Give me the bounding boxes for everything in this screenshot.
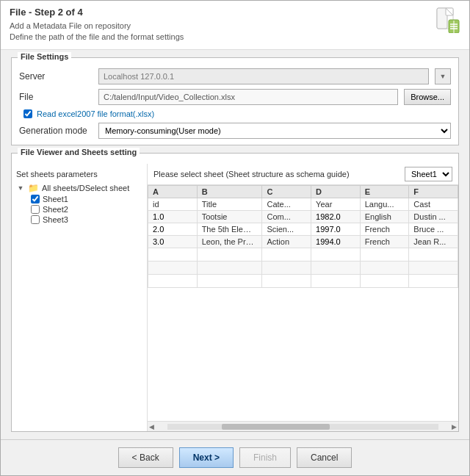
tree-root-label: All sheets/DSelect sheet bbox=[42, 184, 129, 192]
viewer-content: Set sheets parameters ▼ 📁 All sheets/DSe… bbox=[12, 154, 458, 431]
cell-a3: 2.0 bbox=[148, 223, 198, 235]
sheet3-label: Sheet3 bbox=[43, 215, 68, 224]
col-b: B bbox=[197, 185, 262, 198]
table-row: id Title Cate... Year Langu... Cast bbox=[148, 198, 458, 210]
sheet3-checkbox[interactable] bbox=[31, 215, 40, 224]
data-panel: Please select sheet (Sheet structure as … bbox=[148, 164, 458, 431]
footer: < Back Next > Finish Cancel bbox=[1, 439, 469, 475]
file-row: File Browse... bbox=[19, 89, 451, 105]
server-input[interactable] bbox=[98, 68, 429, 84]
scroll-right-button[interactable]: ▶ bbox=[450, 423, 458, 430]
cell-b3: The 5th Element bbox=[197, 223, 262, 235]
col-c: C bbox=[262, 185, 311, 198]
col-e: E bbox=[360, 185, 409, 198]
col-a: A bbox=[148, 185, 198, 198]
file-icon bbox=[434, 7, 460, 33]
folder-icon: 📁 bbox=[28, 183, 39, 193]
cell-e2: English bbox=[360, 210, 409, 223]
table-row: 3.0 Leon, the Profes... Action 1994.0 Fr… bbox=[148, 235, 458, 248]
viewer-section: File Viewer and Sheets setting Set sheet… bbox=[11, 153, 459, 432]
file-label: File bbox=[19, 92, 93, 102]
data-header-text: Please select sheet (Sheet structure as … bbox=[153, 170, 400, 178]
table-row: 2.0 The 5th Element Scien... 1997.0 Fren… bbox=[148, 223, 458, 235]
cell-d4: 1994.0 bbox=[311, 235, 361, 248]
horizontal-scrollbar[interactable]: ◀ ▶ bbox=[148, 421, 458, 431]
table-row bbox=[148, 261, 458, 274]
excel-format-label: Read excel2007 file format(.xlsx) bbox=[37, 109, 154, 118]
sheets-header: Set sheets parameters bbox=[16, 170, 142, 178]
cell-f3: Bruce ... bbox=[409, 223, 458, 235]
main-window: File - Step 2 of 4 Add a Metadata File o… bbox=[0, 0, 470, 476]
checkbox-row: Read excel2007 file format(.xlsx) bbox=[19, 109, 451, 118]
sheet1-label: Sheet1 bbox=[43, 195, 68, 203]
sheet2-label: Sheet2 bbox=[43, 205, 68, 214]
server-label: Server bbox=[19, 71, 93, 82]
generation-mode-label: Generation mode bbox=[19, 126, 93, 136]
next-button[interactable]: Next > bbox=[179, 447, 234, 468]
table-row: 1.0 Tootsie Com... 1982.0 English Dustin… bbox=[148, 210, 458, 223]
sheets-panel: Set sheets parameters ▼ 📁 All sheets/DSe… bbox=[12, 164, 148, 431]
cell-c4: Action bbox=[262, 235, 311, 248]
cell-f2: Dustin ... bbox=[409, 210, 458, 223]
window-subtitle-2: Define the path of the file and the form… bbox=[10, 32, 184, 43]
cell-a2: 1.0 bbox=[148, 210, 198, 223]
tree-item-sheet2: Sheet2 bbox=[16, 205, 142, 214]
excel-format-checkbox[interactable] bbox=[24, 109, 32, 118]
cell-c1: Cate... bbox=[262, 198, 311, 210]
cell-d2: 1982.0 bbox=[311, 210, 361, 223]
generation-mode-select[interactable]: Memory-consuming(User mode) bbox=[98, 123, 451, 139]
data-table: A B C D E F id bbox=[148, 185, 458, 288]
main-content: File Settings Server ▼ File Browse... Re… bbox=[1, 50, 469, 439]
cell-c3: Scien... bbox=[262, 223, 311, 235]
cell-a1: id bbox=[148, 198, 198, 210]
scroll-left-button[interactable]: ◀ bbox=[148, 423, 156, 430]
cell-a4: 3.0 bbox=[148, 235, 198, 248]
server-row: Server ▼ bbox=[19, 68, 451, 84]
file-settings-label: File Settings bbox=[18, 52, 71, 61]
data-header: Please select sheet (Sheet structure as … bbox=[148, 164, 458, 185]
file-settings-group: File Settings Server ▼ File Browse... Re… bbox=[11, 57, 459, 145]
title-bar: File - Step 2 of 4 Add a Metadata File o… bbox=[1, 1, 469, 50]
window-title: File - Step 2 of 4 bbox=[10, 7, 184, 18]
sheet2-checkbox[interactable] bbox=[31, 205, 40, 214]
sheet-selector-dropdown[interactable]: Sheet1 Sheet2 Sheet3 bbox=[405, 167, 452, 181]
col-d: D bbox=[311, 185, 361, 198]
window-subtitle-1: Add a Metadata File on repository bbox=[10, 21, 184, 32]
sheet1-checkbox[interactable] bbox=[31, 195, 40, 203]
data-table-wrapper: A B C D E F id bbox=[148, 185, 458, 421]
finish-button[interactable]: Finish bbox=[239, 447, 291, 468]
tree-item-sheet3: Sheet3 bbox=[16, 215, 142, 224]
cell-e3: French bbox=[360, 223, 409, 235]
cell-e1: Langu... bbox=[360, 198, 409, 210]
cell-d3: 1997.0 bbox=[311, 223, 361, 235]
table-row bbox=[148, 248, 458, 261]
cell-d1: Year bbox=[311, 198, 361, 210]
scrollbar-track bbox=[167, 424, 438, 430]
tree-expand-icon[interactable]: ▼ bbox=[16, 184, 25, 192]
cell-f4: Jean R... bbox=[409, 235, 458, 248]
cell-e4: French bbox=[360, 235, 409, 248]
tree-item-sheet1: Sheet1 bbox=[16, 195, 142, 203]
cell-f1: Cast bbox=[409, 198, 458, 210]
tree-root-item[interactable]: ▼ 📁 All sheets/DSelect sheet bbox=[16, 183, 142, 193]
col-f: F bbox=[409, 185, 458, 198]
scrollbar-thumb[interactable] bbox=[222, 424, 330, 430]
cell-c2: Com... bbox=[262, 210, 311, 223]
cell-b2: Tootsie bbox=[197, 210, 262, 223]
cell-b1: Title bbox=[197, 198, 262, 210]
file-input[interactable] bbox=[98, 89, 398, 105]
server-dropdown-arrow[interactable]: ▼ bbox=[435, 68, 451, 84]
cell-b4: Leon, the Profes... bbox=[197, 235, 262, 248]
generation-mode-row: Generation mode Memory-consuming(User mo… bbox=[19, 123, 451, 139]
browse-button[interactable]: Browse... bbox=[404, 89, 451, 105]
viewer-label: File Viewer and Sheets setting bbox=[18, 148, 140, 156]
table-row bbox=[148, 274, 458, 287]
cancel-button[interactable]: Cancel bbox=[297, 447, 352, 468]
back-button[interactable]: < Back bbox=[118, 447, 173, 468]
